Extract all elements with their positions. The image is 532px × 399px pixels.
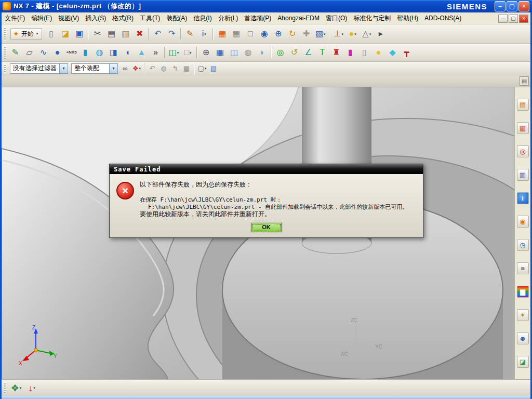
datum-popup-icon[interactable]: ❖ — [9, 381, 23, 395]
measure-navigator-icon[interactable]: ▥ — [517, 169, 529, 181]
more-commands-icon[interactable]: ▸ — [374, 28, 387, 41]
menu-ahongzai-edm[interactable]: Ahongzai-EDM — [274, 13, 323, 23]
arrow-up-icon[interactable]: ↰ — [170, 63, 180, 74]
web-browser-icon[interactable]: ◉ — [517, 216, 529, 228]
restore-button[interactable]: ▢ — [507, 1, 517, 11]
gem-icon[interactable]: ◆ — [386, 46, 399, 59]
extrude-icon[interactable]: ◨ — [107, 46, 120, 59]
undo-icon[interactable]: ↶ — [151, 28, 164, 41]
mirror-feature-icon[interactable]: ◫ — [228, 46, 241, 59]
menu-window[interactable]: 窗口(O) — [323, 12, 350, 24]
csys-icon[interactable]: ⊥ — [332, 28, 345, 41]
blank-plane-icon[interactable]: □ — [181, 46, 194, 59]
menu-preferences[interactable]: 首选项(P) — [241, 12, 274, 24]
menu-edit[interactable]: 编辑(E) — [28, 12, 55, 24]
pan-view-icon[interactable]: ✚ — [300, 28, 313, 41]
constraint-navigator-icon[interactable]: ▦ — [517, 122, 529, 134]
toolbar-grip[interactable] — [4, 64, 6, 73]
point-icon[interactable]: ● — [346, 28, 359, 41]
mdi-minimize-button[interactable]: – — [498, 15, 508, 23]
menu-standardize-customize[interactable]: 标准化与定制 — [350, 12, 394, 24]
toolbar-grip[interactable] — [4, 382, 6, 394]
system-palettes-icon[interactable]: ≡ — [517, 262, 529, 274]
helix-icon[interactable]: ↺ — [288, 46, 301, 59]
new-file-icon[interactable]: ▯ — [45, 28, 58, 41]
save-icon[interactable]: ▣ — [73, 28, 86, 41]
mdi-restore-button[interactable]: ▢ — [509, 15, 518, 23]
hd3d-tools-icon[interactable]: i — [517, 192, 529, 204]
text-feature-icon[interactable]: T — [316, 46, 329, 59]
menu-assemblies[interactable]: 装配(A) — [163, 12, 190, 24]
undo-view-icon[interactable]: ↶ — [147, 63, 157, 74]
materials-palette-icon[interactable]: ▆ — [517, 286, 529, 298]
transform-popup-icon[interactable]: ↓ — [24, 381, 39, 395]
nx5-badge-icon[interactable]: +NX5 — [65, 46, 78, 59]
cut-icon[interactable]: ✂ — [91, 28, 104, 41]
snap-point-icon[interactable]: △ — [360, 28, 373, 41]
mdi-close-button[interactable]: × — [519, 15, 528, 23]
toolbar-grip[interactable] — [4, 27, 6, 40]
ok-button[interactable]: OK — [251, 223, 282, 232]
redo-icon[interactable]: ↷ — [165, 28, 178, 41]
datum-plane-icon[interactable]: ◫ — [167, 46, 180, 59]
roles-icon[interactable]: ☻ — [517, 332, 529, 344]
magnifier-icon[interactable]: ◉ — [258, 28, 271, 41]
menu-format[interactable]: 格式(R) — [109, 12, 137, 24]
pattern-feature-icon[interactable]: ▦ — [214, 46, 227, 59]
resource-bar-toggle-icon[interactable]: ▤ — [520, 76, 529, 86]
find-component-icon[interactable]: ∞ — [120, 63, 130, 74]
minimize-button[interactable]: – — [495, 1, 506, 11]
sketch-icon[interactable]: ✎ — [9, 46, 22, 59]
rotate-view-icon[interactable]: ↻ — [286, 28, 299, 41]
delete-icon[interactable]: ✖ — [133, 28, 146, 41]
boolean-unite-icon[interactable]: ⊕ — [200, 46, 212, 59]
open-folder-icon[interactable]: ◪ — [59, 28, 72, 41]
measure-angle-icon[interactable]: ∠ — [302, 46, 315, 59]
cone-icon[interactable]: ▲ — [135, 46, 148, 59]
spline-icon[interactable]: ∿ — [37, 46, 50, 59]
history-icon[interactable]: ◷ — [517, 239, 529, 251]
shaded-view-icon[interactable]: ▧ — [314, 28, 327, 41]
tools-palette-icon[interactable]: ✦ — [517, 309, 529, 321]
tower-icon[interactable]: ♜ — [330, 46, 343, 59]
overflow-chevron-icon[interactable]: » — [149, 46, 162, 59]
start-button[interactable]: ✦ 开始 — [10, 28, 42, 40]
menu-file[interactable]: 文件(F) — [2, 12, 28, 24]
torus-icon[interactable]: ◎ — [274, 46, 287, 59]
snap-settings-icon[interactable]: ❖ — [131, 63, 142, 74]
window-layout-icon[interactable]: ▦ — [216, 28, 229, 41]
column-icon[interactable]: ▮ — [344, 46, 357, 59]
assembly-navigator-icon[interactable]: ▤ — [517, 99, 529, 111]
command-finder-icon[interactable]: i — [197, 28, 210, 41]
paste-icon[interactable]: ▥ — [119, 28, 132, 41]
selection-filter-dropdown-icon[interactable]: ▾ — [59, 64, 68, 73]
screwdriver-icon[interactable]: ✎ — [183, 28, 196, 41]
menu-add-ons[interactable]: ADD-ONS(A) — [421, 13, 464, 23]
window-cascade-icon[interactable]: ▦ — [230, 28, 243, 41]
blend-icon[interactable]: ◗ — [256, 46, 269, 59]
ball-icon[interactable]: ● — [372, 46, 385, 59]
menu-view[interactable]: 视图(V) — [55, 12, 82, 24]
visualization-icon[interactable]: ◪ — [517, 356, 529, 368]
selection-scope-combo[interactable]: 整个装配 ▾ — [71, 63, 118, 74]
shell-icon[interactable]: ◍ — [242, 46, 255, 59]
menu-information[interactable]: 信息(I) — [190, 12, 215, 24]
menu-analysis[interactable]: 分析(L) — [215, 12, 242, 24]
revolve-icon[interactable]: ◖ — [121, 46, 134, 59]
menu-insert[interactable]: 插入(S) — [82, 12, 109, 24]
menu-tools[interactable]: 工具(T) — [137, 12, 163, 24]
pillar-icon[interactable]: ▯ — [358, 46, 371, 59]
close-button[interactable]: × — [518, 1, 529, 11]
selection-filter-combo[interactable]: 没有选择过滤器 ▾ — [10, 63, 68, 74]
part-navigator-icon[interactable]: ◎ — [517, 145, 529, 157]
grid-gray-icon[interactable]: ▦ — [181, 63, 192, 74]
cylinder-icon[interactable]: ▮ — [79, 46, 92, 59]
zoom-in-icon[interactable]: ⊕ — [272, 28, 285, 41]
dialog-title-bar[interactable]: Save Failed — [110, 164, 423, 174]
tube-icon[interactable]: ◍ — [93, 46, 106, 59]
tee-icon[interactable]: ┳ — [400, 46, 413, 59]
sphere-feature-icon[interactable]: ● — [51, 46, 64, 59]
selection-scope-dropdown-icon[interactable]: ▾ — [109, 64, 117, 73]
menu-help[interactable]: 帮助(H) — [394, 12, 421, 24]
cube-blue-icon[interactable]: ▧ — [208, 63, 219, 74]
